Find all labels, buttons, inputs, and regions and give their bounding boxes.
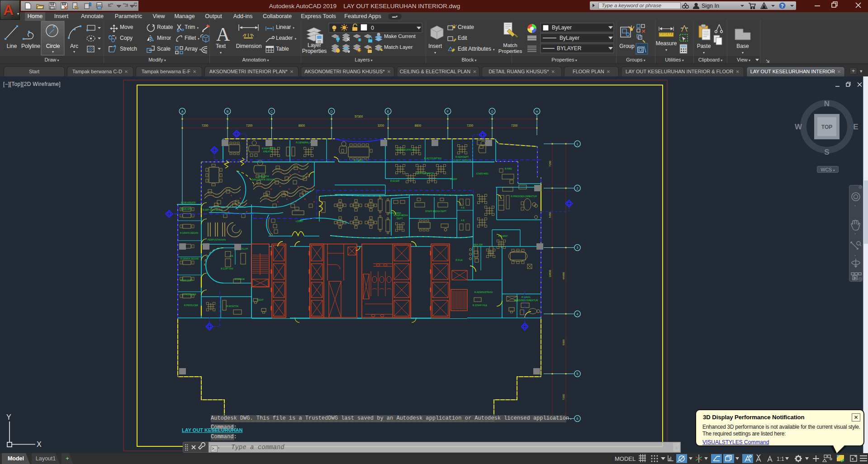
svg-text:R.ACCOUNTING: R.ACCOUNTING <box>424 157 442 160</box>
svg-text:2: 2 <box>577 187 579 190</box>
svg-text:R.DIR.COPY: R.DIR.COPY <box>180 279 193 282</box>
svg-text:R.MONITON: R.MONITON <box>227 305 238 308</box>
svg-text:DEPT.: DEPT. <box>397 217 403 220</box>
svg-text:3: 3 <box>577 246 579 249</box>
svg-text:D: D <box>330 110 332 113</box>
svg-text:MODEL: MODEL <box>615 455 636 462</box>
svg-text:DAN GRAFIK DESAIN: DAN GRAFIK DESAIN <box>252 178 275 181</box>
svg-text:Y: Y <box>6 413 11 421</box>
svg-text:TOP: TOP <box>821 124 832 130</box>
svg-text:STAFF MEDIA DEPT.: STAFF MEDIA DEPT. <box>425 210 447 213</box>
svg-text:▾: ▾ <box>854 232 856 235</box>
svg-text:R.STAFF FILE: R.STAFF FILE <box>473 304 488 307</box>
svg-text:A: A <box>181 110 184 113</box>
svg-text:10800: 10800 <box>549 270 551 277</box>
svg-text:R.EDP: R.EDP <box>450 178 457 180</box>
svg-text:R.COPY FAX: R.COPY FAX <box>221 268 233 270</box>
svg-text:Sign In: Sign In <box>702 3 719 9</box>
svg-text:SEK.DIR: SEK.DIR <box>474 243 483 246</box>
svg-text:R.PRESIDEN DIREKTUR: R.PRESIDEN DIREKTUR <box>511 195 537 198</box>
svg-text:F: F <box>447 110 449 113</box>
svg-text:8600: 8600 <box>415 124 422 127</box>
svg-text:5600: 5600 <box>562 339 565 346</box>
svg-text:H: H <box>536 110 538 113</box>
svg-text:7200: 7200 <box>246 124 253 127</box>
svg-text:5: 5 <box>577 372 579 375</box>
svg-text:1:1: 1:1 <box>777 456 784 462</box>
svg-text:R.GRAFIK DESAIN: R.GRAFIK DESAIN <box>180 258 199 260</box>
svg-text:PRESIDEN DIREKTUR: PRESIDEN DIREKTUR <box>514 299 538 302</box>
svg-text:44480: 44480 <box>562 272 565 279</box>
svg-text:PERPUSTAKAAN: PERPUSTAKAAN <box>208 238 226 241</box>
svg-text:X: X <box>37 440 42 448</box>
svg-text:E: E <box>853 123 858 131</box>
svg-text:C: C <box>270 110 273 113</box>
svg-text:E: E <box>387 110 389 113</box>
svg-text:W: W <box>795 123 802 131</box>
svg-text:B: B <box>227 110 229 113</box>
svg-text:5650: 5650 <box>549 212 551 218</box>
svg-text:6: 6 <box>577 417 579 420</box>
svg-text:STAFF.HRD: STAFF.HRD <box>476 172 489 175</box>
svg-text:1: 1 <box>577 142 579 146</box>
svg-text:R.GRAFIK DESAIN: R.GRAFIK DESAIN <box>180 232 198 234</box>
svg-text:A.E: A.E <box>461 219 465 222</box>
svg-text:R.WAKIL: R.WAKIL <box>522 296 531 298</box>
svg-text:7200: 7200 <box>202 124 209 127</box>
svg-text:8600: 8600 <box>299 124 305 127</box>
svg-text:R.FILE: R.FILE <box>455 259 463 261</box>
svg-text:7200: 7200 <box>562 394 565 400</box>
svg-text:7200: 7200 <box>549 161 551 167</box>
svg-text:▾: ▾ <box>854 204 856 207</box>
svg-text:STAFF FINANCE: STAFF FINANCE <box>417 172 434 175</box>
svg-text:R.HRD: R.HRD <box>505 167 512 170</box>
svg-text:4: 4 <box>577 312 579 316</box>
svg-text:R.ADMINISTRASI: R.ADMINISTRASI <box>474 291 493 294</box>
svg-text:R.PRODUCER: R.PRODUCER <box>182 294 197 296</box>
svg-text:R.DIR.KREATIF: R.DIR.KREATIF <box>181 202 196 204</box>
svg-text:LOBBY: LOBBY <box>296 220 304 223</box>
svg-text:A.E: A.E <box>461 206 465 209</box>
svg-text:R.PRODUCER: R.PRODUCER <box>184 304 199 307</box>
svg-text:R.KEP.DEPT.: R.KEP.DEPT. <box>455 156 469 158</box>
svg-text:57300: 57300 <box>355 115 363 118</box>
svg-text:N: N <box>824 99 830 108</box>
svg-text:R.KEP.DEPT.: R.KEP.DEPT. <box>262 147 275 150</box>
svg-text:▾: ▾ <box>854 254 856 257</box>
svg-text:7200: 7200 <box>467 124 474 127</box>
svg-text:?: ? <box>781 3 784 9</box>
svg-text:R.KREATIF: R.KREATIF <box>257 175 269 178</box>
svg-text:KREATIF: KREATIF <box>263 150 273 153</box>
svg-text:R.KEP.KEUANGAN: R.KEP.KEUANGAN <box>395 148 415 151</box>
svg-text:G: G <box>491 110 493 113</box>
svg-text:S: S <box>824 148 829 156</box>
svg-text:3200: 3200 <box>378 124 384 127</box>
svg-text:7200: 7200 <box>511 124 518 127</box>
svg-text:R.DIR.ART: R.DIR.ART <box>181 208 191 210</box>
svg-text:R.KASIR: R.KASIR <box>390 180 399 182</box>
